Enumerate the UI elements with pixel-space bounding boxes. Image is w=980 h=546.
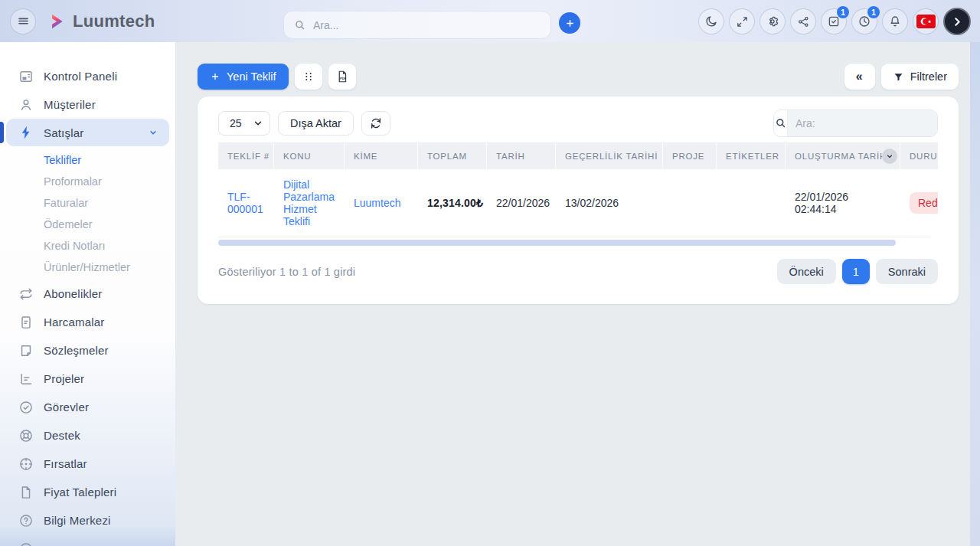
hamburger-menu-button[interactable] — [10, 8, 36, 34]
column-label: KONU — [283, 152, 311, 161]
notifications-button[interactable] — [882, 8, 908, 34]
column-label: TEKLİF # — [227, 152, 270, 161]
export-button[interactable]: Dışa Aktar — [278, 111, 354, 136]
tasks-button[interactable]: 1 — [821, 8, 847, 34]
sidebar-item-projeler[interactable]: Projeler — [0, 365, 175, 393]
sidebar-item-label: Satışlar — [44, 126, 83, 139]
previous-page-button[interactable]: Önceki — [777, 259, 836, 284]
sidebar-item-g-revler[interactable]: Görevler — [0, 393, 175, 421]
status-badge: Reddedildi — [910, 192, 938, 214]
column-header-9[interactable]: OLUŞTURMA TARİHİ — [786, 142, 900, 169]
page-1-button[interactable]: 1 — [842, 259, 870, 284]
column-header-10[interactable]: DURUM — [900, 142, 938, 169]
offers-table: TEKLİF #KONUKİMETOPLAMTARİHGEÇERLİLİK TA… — [218, 142, 938, 237]
brand-logo[interactable]: Luumtech — [47, 11, 155, 31]
sort-chevron-icon — [885, 152, 894, 161]
column-label: TARİH — [496, 152, 525, 161]
column-header-4[interactable]: TOPLAM — [418, 142, 487, 169]
column-visibility-button[interactable] — [295, 64, 322, 90]
page-size-select[interactable]: 25 — [218, 111, 270, 136]
chevron-logo-icon — [47, 11, 67, 31]
dashboard-icon — [18, 69, 34, 84]
sidebar-subitem--r-nler-hizmetler[interactable]: Ürünler/Hizmetler — [0, 257, 175, 278]
cell-toplam: 12,314.00₺ — [418, 189, 487, 217]
cell-kime: Luumtech — [345, 189, 418, 217]
active-accent-bar — [0, 122, 4, 143]
collapse-filters-button[interactable]: « — [844, 64, 875, 90]
sidebar-item-label: Kontrol Paneli — [44, 70, 117, 83]
global-search-input[interactable] — [313, 19, 541, 31]
table-search-input[interactable] — [788, 110, 938, 136]
sidebar-item-sat-lar[interactable]: Satışlar — [6, 119, 169, 146]
search-icon — [293, 18, 306, 31]
column-label: GEÇERLİLİK TARİHİ — [565, 152, 658, 161]
table-search[interactable] — [773, 110, 938, 137]
page-toolbar: Yeni Teklif PDF « Filtreler — [198, 63, 959, 90]
sidebar-item-label: Fırsatlar — [44, 457, 87, 470]
konu-link[interactable]: Dijital Pazarlama Hizmet Teklifi — [283, 178, 335, 227]
column-header-3[interactable]: KİME — [345, 142, 418, 169]
reminders-button[interactable]: 1 — [851, 8, 877, 34]
cell-etiketler — [717, 195, 786, 211]
total-amount: 12,314.00₺ — [427, 197, 483, 209]
new-offer-button[interactable]: Yeni Teklif — [198, 64, 289, 90]
bell-icon — [888, 15, 902, 28]
sidebar-item-abonelikler[interactable]: Abonelikler — [0, 280, 175, 308]
receipt-icon — [18, 315, 34, 330]
dark-mode-button[interactable] — [698, 8, 724, 34]
search-icon — [774, 116, 787, 129]
sidebar-subitem--demeler[interactable]: Ödemeler — [0, 214, 175, 235]
column-header-1[interactable]: TEKLİF # — [218, 142, 274, 169]
horizontal-scrollbar-thumb[interactable] — [218, 240, 896, 246]
sidebar-subitem-kredi-notlar-[interactable]: Kredi Notları — [0, 235, 175, 257]
sidebar-item-kontrol-paneli[interactable]: Kontrol Paneli — [0, 62, 175, 90]
new-offer-label: Yeni Teklif — [227, 70, 276, 83]
sidebar-item-f-rsatlar[interactable]: Fırsatlar — [0, 450, 175, 478]
quick-add-button[interactable] — [559, 12, 580, 34]
sidebar: Kontrol PaneliMüşterilerSatışlarTeklifle… — [0, 42, 176, 546]
sidebar-subitem-faturalar[interactable]: Faturalar — [0, 192, 175, 214]
fullscreen-button[interactable] — [729, 8, 755, 34]
table-controls: 25 Dışa Aktar — [218, 110, 938, 136]
page-scrollbar-track[interactable] — [970, 42, 980, 546]
sidebar-item-harcamalar[interactable]: Harcamalar — [0, 308, 175, 336]
sidebar-item-bilgi-merkezi[interactable]: Bilgi Merkezi — [0, 506, 175, 535]
kime-link[interactable]: Luumtech — [354, 197, 400, 209]
sidebar-item-partial[interactable] — [0, 535, 175, 546]
table-row: TLF-000001Dijital Pazarlama Hizmet Tekli… — [218, 169, 938, 237]
grid-icon — [302, 70, 315, 83]
teklif_no-link[interactable]: TLF-000001 — [227, 191, 263, 215]
column-header-6[interactable]: GEÇERLİLİK TARİHİ — [556, 142, 663, 169]
sidebar-item-label: Bilgi Merkezi — [44, 514, 111, 527]
sort-direction-button[interactable] — [882, 149, 897, 164]
filters-button[interactable]: Filtreler — [881, 64, 959, 90]
column-header-7[interactable]: PROJE — [663, 142, 717, 169]
settings-button[interactable] — [760, 8, 786, 34]
check-circle-icon — [18, 400, 34, 415]
filters-label: Filtreler — [910, 70, 947, 83]
sidebar-item-label: Görevler — [44, 401, 89, 414]
brand-name: Luumtech — [73, 11, 155, 31]
next-page-button[interactable]: Sonraki — [876, 259, 938, 284]
user-avatar[interactable] — [943, 8, 971, 35]
global-search[interactable] — [283, 11, 551, 39]
sidebar-subitem-proformalar[interactable]: Proformalar — [0, 171, 175, 192]
sidebar-subitem-teklifler[interactable]: Teklifler — [0, 149, 175, 171]
target-icon — [18, 456, 34, 472]
sidebar-item-s-zle-meler[interactable]: Sözleşmeler — [0, 336, 175, 365]
refresh-button[interactable] — [361, 111, 390, 136]
sidebar-item-m-teriler[interactable]: Müşteriler — [0, 90, 175, 119]
sidebar-item-fiyat-talepleri[interactable]: Fiyat Talepleri — [0, 478, 175, 506]
circle-icon — [18, 541, 34, 546]
sidebar-item-label: Harcamalar — [44, 316, 105, 329]
language-button[interactable] — [913, 8, 939, 34]
column-header-8[interactable]: ETİKETLER — [717, 142, 786, 169]
top-bar: Luumtech 11 — [0, 0, 980, 42]
expand-icon — [736, 15, 749, 28]
column-label: KİME — [354, 152, 377, 161]
share-button[interactable] — [790, 8, 816, 34]
column-header-2[interactable]: KONU — [274, 142, 345, 169]
sidebar-item-destek[interactable]: Destek — [0, 421, 175, 450]
export-pdf-button[interactable]: PDF — [328, 64, 356, 90]
column-header-5[interactable]: TARİH — [487, 142, 556, 169]
